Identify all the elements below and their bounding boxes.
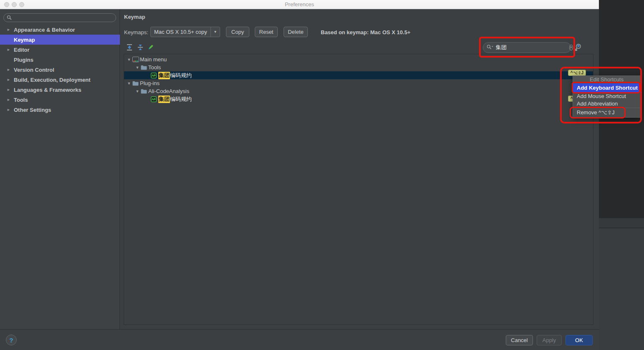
sidebar-item-build-execution[interactable]: ►Build, Execution, Deployment xyxy=(0,75,120,85)
chevron-right-icon: ► xyxy=(7,68,14,72)
delete-button[interactable]: Delete xyxy=(284,27,308,37)
settings-sidebar: ►Appearance & Behavior Keymap ►Editor Pl… xyxy=(0,9,120,329)
chevron-right-icon: ► xyxy=(7,48,14,52)
menu-item-add-mouse-shortcut[interactable]: Add Mouse Shortcut xyxy=(573,93,640,100)
keymap-search-field[interactable]: ✕ xyxy=(483,42,571,53)
shortcut-context-menu: Edit Shortcuts Add Keyboard Shortcut Add… xyxy=(573,76,641,118)
chevron-down-icon[interactable]: ▼ xyxy=(134,65,141,70)
cancel-button[interactable]: Cancel xyxy=(506,335,533,345)
menu-item-add-abbreviation[interactable]: Add Abbreviation xyxy=(573,100,640,108)
chevron-down-icon[interactable]: ▼ xyxy=(210,27,220,37)
ok-button[interactable]: OK xyxy=(565,335,593,345)
sidebar-item-languages[interactable]: ►Languages & Frameworks xyxy=(0,85,120,95)
page-title: Keymap xyxy=(124,14,145,20)
search-match-highlight: 集团 xyxy=(158,96,170,103)
search-match-highlight: 集团 xyxy=(158,72,170,79)
tree-row-ali-codeanalysis[interactable]: ▼ Ali-CodeAnalysis xyxy=(124,87,593,95)
tree-row-plugins[interactable]: ▼ Plug-ins xyxy=(124,79,593,87)
footer-bar: ? Cancel Apply OK xyxy=(0,330,599,350)
plugin-action-icon xyxy=(151,73,158,78)
keymap-select-value: Mac OS X 10.5+ copy xyxy=(151,29,210,35)
chevron-down-icon[interactable]: ▼ xyxy=(134,89,141,93)
tree-row-action-selected[interactable]: 集团编码规约 xyxy=(124,71,593,79)
chevron-right-icon: ► xyxy=(7,28,14,32)
window-title: Preferences xyxy=(0,0,599,9)
folder-icon xyxy=(141,65,148,70)
search-with-history-icon[interactable] xyxy=(487,44,494,51)
keymap-select[interactable]: Mac OS X 10.5+ copy ▼ xyxy=(150,27,220,37)
copy-button[interactable]: Copy xyxy=(226,27,249,37)
sidebar-item-other-settings[interactable]: ►Other Settings xyxy=(0,105,120,115)
sidebar-item-version-control[interactable]: ►Version Control xyxy=(0,65,120,75)
sidebar-item-keymap[interactable]: Keymap xyxy=(0,35,120,45)
main-menu-icon xyxy=(132,57,140,62)
background-window-lower xyxy=(599,229,644,350)
plugin-action-icon xyxy=(151,96,158,102)
expand-all-icon[interactable] xyxy=(126,43,133,51)
apply-button[interactable]: Apply xyxy=(537,335,562,345)
menu-item-remove-shortcut[interactable]: Remove ^⌥⇧J xyxy=(573,108,640,117)
sidebar-item-plugins[interactable]: Plugins xyxy=(0,55,120,65)
sidebar-item-tools[interactable]: ►Tools xyxy=(0,95,120,105)
keymap-search-input[interactable] xyxy=(494,45,569,51)
chevron-right-icon: ► xyxy=(7,88,14,92)
context-menu-header: Edit Shortcuts xyxy=(573,76,640,83)
based-on-keymap-label: Based on keymap: Mac OS X 10.5+ xyxy=(321,29,411,35)
clear-search-icon[interactable]: ✕ xyxy=(569,45,573,50)
sidebar-search-input[interactable] xyxy=(3,13,116,22)
reset-button[interactable]: Reset xyxy=(255,27,278,37)
menu-item-add-keyboard-shortcut[interactable]: Add Keyboard Shortcut xyxy=(573,83,640,93)
search-icon xyxy=(7,15,12,21)
collapse-all-icon[interactable] xyxy=(137,43,144,51)
chevron-down-icon[interactable]: ▼ xyxy=(126,81,132,86)
chevron-right-icon: ► xyxy=(7,98,14,102)
edit-pencil-icon[interactable] xyxy=(147,43,154,51)
keymaps-label: Keymaps: xyxy=(124,29,148,35)
find-by-shortcut-icon[interactable] xyxy=(574,43,582,52)
title-bar: Preferences xyxy=(0,0,599,9)
chevron-down-icon[interactable]: ▼ xyxy=(126,58,132,62)
shortcut-badge: ^⌥⇧J xyxy=(568,70,586,76)
folder-icon xyxy=(141,89,148,94)
chevron-right-icon: ► xyxy=(7,78,14,82)
chevron-right-icon: ► xyxy=(7,108,14,112)
tree-row-main-menu[interactable]: ▼ Main menu xyxy=(124,55,593,63)
sidebar-item-appearance[interactable]: ►Appearance & Behavior xyxy=(0,25,120,35)
tree-row-action[interactable]: 集团编码规约 xyxy=(124,95,593,103)
sidebar-item-editor[interactable]: ►Editor xyxy=(0,45,120,55)
help-button[interactable]: ? xyxy=(6,335,17,345)
tree-row-tools[interactable]: ▼ Tools xyxy=(124,63,593,71)
background-window-strip xyxy=(599,218,644,228)
folder-icon xyxy=(132,81,140,86)
